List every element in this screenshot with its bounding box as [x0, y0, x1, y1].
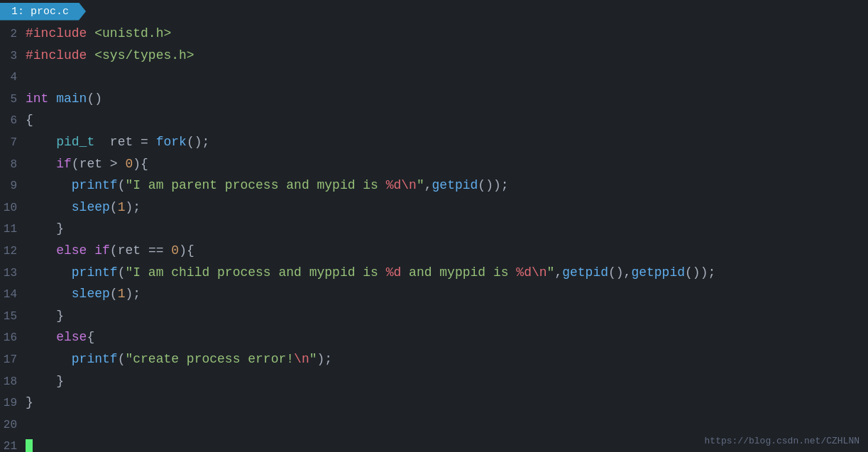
- line-content-15: }: [26, 305, 868, 327]
- line-6: 6 {: [0, 109, 868, 131]
- line-num-10: 10: [0, 199, 26, 218]
- line-7: 7 pid_t ret = fork();: [0, 131, 868, 153]
- line-num-5: 5: [0, 90, 26, 109]
- line-9: 9 printf("I am parent process and mypid …: [0, 175, 868, 197]
- line-num-21: 21: [0, 437, 26, 452]
- line-num-16: 16: [0, 329, 26, 348]
- line-content-10: sleep(1);: [26, 197, 868, 219]
- tab-label: 1: proc.c: [11, 6, 69, 18]
- line-content-20: [26, 414, 868, 436]
- watermark: https://blog.csdn.net/CZHLNN: [705, 436, 859, 446]
- line-num-8: 8: [0, 155, 26, 175]
- line-num-3: 3: [0, 47, 26, 66]
- line-num-15: 15: [0, 307, 26, 326]
- code-area: 2 #include <unistd.h> 3 #include <sys/ty…: [0, 23, 868, 452]
- line-num-12: 12: [0, 242, 26, 261]
- line-num-14: 14: [0, 285, 26, 304]
- line-18: 18 }: [0, 370, 868, 392]
- line-num-9: 9: [0, 177, 26, 196]
- code-editor: 1: proc.c 2 #include <unistd.h> 3 #inclu…: [0, 0, 868, 452]
- line-content-6: {: [26, 109, 868, 131]
- line-13: 13 printf("I am child process and myppid…: [0, 262, 868, 284]
- line-content-16: else{: [26, 326, 868, 348]
- line-content-3: #include <sys/types.h>: [26, 45, 868, 67]
- line-content-2: #include <unistd.h>: [26, 23, 868, 45]
- text-cursor: [26, 439, 33, 452]
- line-num-2: 2: [0, 25, 26, 44]
- line-2: 2 #include <unistd.h>: [0, 23, 868, 45]
- line-content-5: int main(): [26, 88, 868, 110]
- line-10: 10 sleep(1);: [0, 197, 868, 219]
- line-19: 19 }: [0, 392, 868, 414]
- line-12: 12 else if(ret == 0){: [0, 240, 868, 262]
- line-num-4: 4: [0, 68, 26, 87]
- line-num-18: 18: [0, 373, 26, 392]
- line-content-12: else if(ret == 0){: [26, 240, 868, 262]
- line-14: 14 sleep(1);: [0, 283, 868, 305]
- line-num-17: 17: [0, 351, 26, 370]
- line-content-13: printf("I am child process and myppid is…: [26, 262, 868, 284]
- line-3: 3 #include <sys/types.h>: [0, 45, 868, 67]
- line-num-11: 11: [0, 220, 26, 239]
- line-content-7: pid_t ret = fork();: [26, 131, 868, 153]
- line-num-6: 6: [0, 111, 26, 131]
- line-content-11: }: [26, 218, 868, 240]
- line-num-19: 19: [0, 394, 26, 413]
- line-num-20: 20: [0, 416, 26, 435]
- line-16: 16 else{: [0, 326, 868, 348]
- line-content-8: if(ret > 0){: [26, 153, 868, 175]
- line-11: 11 }: [0, 218, 868, 240]
- line-17: 17 printf("create process error!\n");: [0, 348, 868, 370]
- line-content-4: [26, 66, 868, 88]
- line-content-19: }: [26, 392, 868, 414]
- line-content-17: printf("create process error!\n");: [26, 348, 868, 370]
- line-num-13: 13: [0, 264, 26, 283]
- line-15: 15 }: [0, 305, 868, 327]
- line-num-7: 7: [0, 133, 26, 153]
- line-4: 4: [0, 66, 868, 88]
- line-content-14: sleep(1);: [26, 283, 868, 305]
- line-content-18: }: [26, 370, 868, 392]
- line-20: 20: [0, 414, 868, 436]
- line-5: 5 int main(): [0, 88, 868, 110]
- line-content-9: printf("I am parent process and mypid is…: [26, 175, 868, 197]
- line-8: 8 if(ret > 0){: [0, 153, 868, 175]
- tab-bar: 1: proc.c: [0, 0, 868, 23]
- file-tab[interactable]: 1: proc.c: [0, 3, 86, 21]
